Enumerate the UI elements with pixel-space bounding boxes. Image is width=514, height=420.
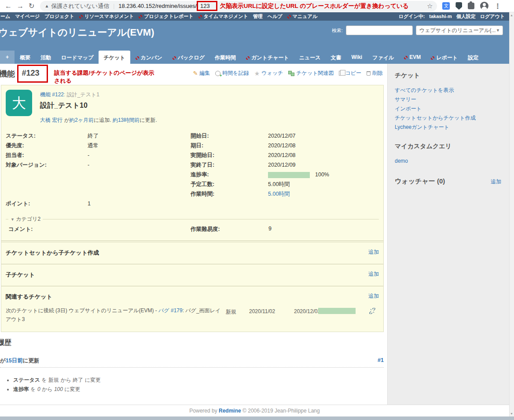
progress-bar xyxy=(268,172,310,178)
updated-ago-link[interactable]: 15日前 xyxy=(6,358,23,364)
issue-author-line: 大橋 宏行 が約2ヶ月前に追加. 約13時間前に更新. xyxy=(40,117,379,124)
add-link[interactable]: 追加 xyxy=(368,248,379,256)
watch-button[interactable]: ★ウォッチ xyxy=(254,69,283,77)
related-issue-link[interactable]: バグ #179 xyxy=(158,307,183,314)
tab-kanban[interactable]: カンバン xyxy=(131,51,167,64)
tab-documents[interactable]: 文書 xyxy=(326,51,346,64)
tab-evm[interactable]: EVM xyxy=(399,51,426,64)
issue-toolbar-top: ✎編集 時間を記録 ★ウォッチ チケット関連図 コピー 削除 xyxy=(193,69,383,77)
sidebar-summary[interactable]: サマリー xyxy=(395,95,502,104)
browser-profile-avatar[interactable] xyxy=(480,2,488,10)
related-issue-start-date: 2020/11/02 xyxy=(249,308,275,314)
watchers-add-link[interactable]: 追加 xyxy=(491,178,501,186)
url-text: 18.236.40.152/redmine/issues/ xyxy=(118,3,197,9)
broken-image-icon xyxy=(246,56,250,60)
tab-news[interactable]: ニュース xyxy=(294,51,326,64)
tab-spent-time[interactable]: 作業時間 xyxy=(210,51,241,64)
relation-map-button[interactable]: チケット関連図 xyxy=(288,69,334,77)
bookmark-star-icon[interactable]: ☆ xyxy=(427,2,433,10)
top-menu-resource-mgmt[interactable]: リソースマネジメント xyxy=(79,12,134,21)
sidebar-custom-query-demo[interactable]: demo xyxy=(395,157,502,166)
journal-updated-text: が15日前に更新 xyxy=(0,358,40,364)
top-menu-admin[interactable]: 管理 xyxy=(253,12,263,21)
sidebar-create-from-ticketset[interactable]: チケットセットからチケット作成 xyxy=(395,113,502,123)
tab-roadmap[interactable]: ロードマップ xyxy=(56,51,98,64)
spent-time-link[interactable]: 5.00時間 xyxy=(268,191,290,197)
logged-in-label: ログイン中: xyxy=(399,12,425,21)
copy-button[interactable]: コピー xyxy=(339,69,361,77)
tab-overview[interactable]: 概要 xyxy=(15,51,35,64)
journal-change: ステータス を 新規 から 終了 に変更 xyxy=(13,376,387,385)
sidebar-view-all-issues[interactable]: すべてのチケットを表示 xyxy=(395,86,502,95)
updated-tail-text: に更新. xyxy=(140,117,157,123)
attribute-priority: 優先度:通常 xyxy=(6,141,190,150)
journal-number-link[interactable]: #1 xyxy=(378,357,384,363)
attribute-status: ステータス:終了 xyxy=(6,131,190,141)
attribute-actual-end: 実終了日:2020/12/09 xyxy=(191,160,387,170)
search-label: 検索: xyxy=(332,27,343,34)
project-jump-select[interactable]: ウェブサイトのリニューアル(... ▼ xyxy=(416,26,503,35)
sidebar-watchers-header: ウォッチャー (0) 追加 xyxy=(395,177,502,186)
top-menu-manual[interactable]: マニュアル xyxy=(287,12,317,21)
browser-menu-icon[interactable]: ⋮ xyxy=(494,2,501,10)
broken-image-icon xyxy=(431,56,434,60)
attribute-target-version: 対象バージョン:- xyxy=(6,160,190,170)
extension-bar: 文 ⋮ xyxy=(442,2,504,10)
tab-backlog[interactable]: バックログ xyxy=(168,51,209,64)
unlink-relation-icon[interactable] xyxy=(369,308,375,315)
top-menu-my-account[interactable]: 個人設定 xyxy=(456,12,476,21)
address-bar[interactable]: ▲ 保護されていない通信 | 18.236.40.152/redmine/iss… xyxy=(40,1,437,11)
attribute-progress: 進捗率:100% xyxy=(191,170,387,179)
category-legend[interactable]: ▼ カテゴリ2 xyxy=(8,215,43,223)
author-link[interactable]: 大橋 宏行 xyxy=(40,117,62,123)
project-header: ウェブサイトのリニューアル(EVM) 検索: ウェブサイトのリニューアル(...… xyxy=(0,21,509,51)
issue-card: 大 機能 #122: 設計_テスト1 設計_テスト10 大橋 宏行 が約2ヶ月前… xyxy=(1,85,383,241)
tab-issues[interactable]: チケット xyxy=(99,51,130,64)
top-menu-help[interactable]: ヘルプ xyxy=(268,12,283,21)
sidebar-lychee-gantt[interactable]: Lycheeガントチャート xyxy=(395,123,502,132)
top-menu-projects[interactable]: プロジェクト xyxy=(44,12,74,21)
issue-heading-row: 機能 #123 該当する課題/チケットのページが表示される ✎編集 時間を記録 … xyxy=(0,64,387,85)
parent-issue-breadcrumb: 機能 #122: 設計_テスト1 xyxy=(40,90,379,99)
add-link[interactable]: 追加 xyxy=(368,292,379,300)
scroll-up-icon[interactable]: ▲ xyxy=(510,14,513,17)
vertical-scrollbar[interactable]: ▲ ▼ xyxy=(509,12,514,416)
forward-icon[interactable]: → xyxy=(17,0,24,12)
tab-gantt[interactable]: ガントチャート xyxy=(241,51,294,64)
top-menu-mypage[interactable]: マイページ xyxy=(15,12,40,21)
add-link[interactable]: 追加 xyxy=(368,270,379,278)
top-menu-home[interactable]: ーム xyxy=(0,12,10,21)
tab-files[interactable]: ファイル xyxy=(367,51,399,64)
broken-image-icon xyxy=(173,56,176,60)
journal-changes: ステータス を 新規 から 終了 に変更 進捗率 を 0 から 100 に変更 xyxy=(13,376,387,394)
redmine-link[interactable]: Redmine xyxy=(219,408,241,414)
tab-report[interactable]: レポート xyxy=(426,51,463,64)
extensions-puzzle-icon[interactable] xyxy=(468,3,474,9)
shield-extension-icon[interactable] xyxy=(455,2,462,10)
reload-icon[interactable]: ↻ xyxy=(29,0,34,12)
tab-wiki[interactable]: Wiki xyxy=(347,51,367,64)
updated-ago-link[interactable]: 約13時間前 xyxy=(113,117,140,123)
avatar: 大 xyxy=(6,90,32,116)
back-icon[interactable]: ← xyxy=(5,0,12,12)
added-ago-link[interactable]: 約2ヶ月前 xyxy=(70,117,94,123)
edit-button[interactable]: ✎編集 xyxy=(193,69,210,77)
log-time-button[interactable]: 時間を記録 xyxy=(215,69,249,77)
top-menu-time-mgmt[interactable]: タイムマネジメント xyxy=(198,12,248,21)
issue-title: 設計_テスト10 xyxy=(40,101,379,110)
comment-row: コメント: 作業難易度: 9 xyxy=(6,226,379,235)
translate-extension-icon[interactable]: 文 xyxy=(442,2,450,10)
footer-powered-by: Powered by xyxy=(189,408,219,414)
scroll-down-icon[interactable]: ▼ xyxy=(510,412,513,415)
top-menu-project-report[interactable]: プロジェクトレポート xyxy=(139,12,193,21)
tab-new[interactable]: + xyxy=(0,51,15,64)
search-input[interactable] xyxy=(346,26,413,35)
tab-activity[interactable]: 活動 xyxy=(36,51,56,64)
parent-issue-link[interactable]: 機能 #122 xyxy=(40,91,64,98)
sidebar-import[interactable]: インポート xyxy=(395,104,502,113)
tab-settings[interactable]: 設定 xyxy=(463,51,483,64)
top-menu-logout[interactable]: ログアウト xyxy=(480,12,505,21)
logged-in-user[interactable]: takashi-m xyxy=(429,12,452,21)
delete-button[interactable]: 削除 xyxy=(367,69,383,77)
footer-copyright: © 2006-2019 Jean-Philippe Lang xyxy=(241,408,320,414)
